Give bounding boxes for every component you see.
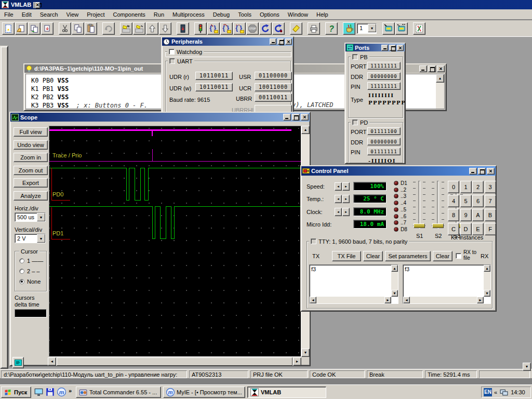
find-next-button[interactable] (133, 22, 145, 35)
scope-export-button[interactable]: Export (14, 178, 48, 188)
scope-minimize-button[interactable] (283, 114, 291, 121)
cpanel-minimize-button[interactable] (469, 168, 477, 175)
udr-w-value[interactable]: 10110011 (195, 83, 233, 91)
undo-button[interactable] (102, 22, 115, 35)
scroll-up-icon[interactable]: ▲ (391, 265, 398, 272)
keypad-6-button[interactable]: 6 (472, 195, 484, 207)
scope-titlebar[interactable]: Scope (10, 113, 310, 122)
temp-decrease-button[interactable]: ◄ (335, 195, 342, 203)
save-all-button[interactable] (41, 22, 54, 35)
reset-run-button[interactable] (272, 22, 285, 35)
pd-ddr-value[interactable]: 00000000 (367, 138, 401, 145)
cpanel-close-button[interactable] (487, 168, 495, 175)
cursor-option[interactable]: 2 – – (19, 268, 45, 274)
chevron-down-icon[interactable]: ▼ (37, 213, 45, 221)
cursor-option[interactable]: None (19, 278, 45, 285)
exit-button[interactable] (177, 22, 189, 35)
open-file-button[interactable] (15, 22, 28, 35)
clear-rx-button[interactable]: Clear (433, 251, 453, 261)
rx-textarea[interactable]: f3 ▲ ▼ ◄ ► (403, 264, 491, 304)
tty-checkbox[interactable] (311, 238, 316, 244)
cursor-radio[interactable] (19, 279, 24, 284)
clock-increase-button[interactable]: ► (342, 208, 350, 216)
rebuild-button[interactable] (395, 22, 408, 35)
usr-value[interactable]: 01100000 (255, 72, 292, 80)
peripherals-close-button[interactable] (285, 38, 292, 45)
menu-options[interactable]: Options (256, 10, 284, 19)
reset-button[interactable] (259, 22, 272, 35)
scroll-left-icon[interactable]: ◄ (310, 297, 316, 303)
keypad-8-button[interactable]: 8 (448, 209, 459, 221)
peripherals-titlebar[interactable]: Peripherals (162, 37, 293, 46)
scroll-up-icon[interactable]: ▲ (301, 126, 310, 134)
slider-s2[interactable] (430, 181, 446, 231)
close-button[interactable] (35, 2, 39, 8)
cursor-option[interactable]: 1 —— (19, 258, 45, 264)
keypad-1-button[interactable]: 1 (460, 181, 472, 193)
workspace-scroll-down-icon[interactable]: ▼ (523, 363, 531, 371)
tx-textarea[interactable]: f3 ▲ ▼ ◄ ► (309, 264, 398, 304)
rx-horizontal-scrollbar[interactable]: ◄ ► (403, 297, 484, 303)
scroll-up-icon[interactable]: ▲ (436, 74, 444, 83)
ports-maximize-button[interactable] (389, 45, 396, 51)
editor-vertical-scrollbar[interactable]: ▲ (436, 74, 444, 109)
menu-help[interactable]: Help (312, 10, 332, 19)
menu-run[interactable]: Run (150, 10, 168, 19)
editor-maximize-button[interactable] (428, 65, 436, 72)
step-into-button[interactable]: { } (207, 22, 220, 35)
keypad-b-button[interactable]: B (485, 209, 496, 221)
menu-project[interactable]: Project (83, 10, 109, 19)
quicklaunch-overflow-chevron[interactable]: » (69, 388, 72, 394)
ports-titlebar[interactable]: Ports (345, 44, 405, 51)
help-button[interactable]: ? (325, 22, 338, 35)
step-over-button[interactable]: { } (220, 22, 233, 35)
scroll-right-icon[interactable]: ► (384, 297, 391, 303)
keypad-5-button[interactable]: 5 (460, 195, 472, 207)
rx-vertical-scrollbar[interactable]: ▲ ▼ (484, 265, 490, 297)
find-down-button[interactable] (159, 22, 171, 35)
tray-chevron[interactable]: « (494, 389, 497, 395)
pb-checkbox[interactable] (352, 54, 358, 60)
vert-div-select[interactable]: 2 V ▼ (15, 234, 46, 243)
slider-s1[interactable] (411, 181, 427, 231)
scope-full-view-button[interactable]: Full view (14, 127, 48, 137)
temp-increase-button[interactable]: ► (342, 195, 350, 203)
quicklaunch-desktop-icon[interactable] (34, 388, 43, 397)
watchdog-checkbox[interactable] (169, 49, 175, 55)
keypad-7-button[interactable]: 7 (485, 195, 496, 207)
cursor-radio[interactable] (19, 258, 24, 263)
slider-thumb[interactable] (432, 223, 444, 228)
menu-components[interactable]: Components (109, 10, 149, 19)
editor-minimize-button[interactable] (419, 65, 427, 72)
scroll-left-icon[interactable]: ◄ (403, 297, 410, 303)
language-indicator[interactable]: EN (484, 388, 492, 396)
editor-close-button[interactable] (437, 65, 445, 72)
scope-close-button[interactable] (301, 114, 309, 121)
clear-tx-button[interactable]: Clear (363, 251, 383, 261)
menu-window[interactable]: Window (284, 10, 312, 19)
scrollbar-thumb[interactable] (57, 357, 292, 366)
ports-minimize-button[interactable] (381, 45, 388, 51)
keypad-c-button[interactable]: C (448, 223, 459, 235)
minimized-window-button[interactable] (12, 357, 24, 368)
instance-cup-button[interactable] (343, 22, 355, 35)
pd-port-value[interactable]: 01111100 (367, 127, 401, 135)
pb-pin-value[interactable]: 11111111 (367, 82, 401, 90)
pd-pin-value[interactable]: 01111111 (367, 148, 401, 155)
uart-checkbox[interactable] (169, 58, 175, 64)
peripherals-minimize-button[interactable] (270, 38, 276, 45)
new-file-button[interactable] (2, 22, 15, 35)
slider-thumb[interactable] (414, 223, 425, 228)
save-file-button[interactable] (28, 22, 41, 35)
menu-edit[interactable]: Edit (18, 10, 36, 19)
horiz-div-select[interactable]: 500 us ▼ (15, 212, 46, 222)
scope-undo-view-button[interactable]: Undo view (14, 140, 48, 150)
rx-to-file-checkbox[interactable] (456, 253, 461, 259)
scope-zoom-out-button[interactable]: Zoom out (14, 166, 48, 175)
scope-zoom-in-button[interactable]: Zoom in (14, 153, 48, 162)
keypad-4-button[interactable]: 4 (448, 195, 459, 207)
copy-button[interactable] (72, 22, 84, 35)
start-button[interactable]: Пуск (1, 387, 31, 398)
menu-file[interactable]: File (0, 10, 18, 19)
menu-tools[interactable]: Tools (234, 10, 256, 19)
